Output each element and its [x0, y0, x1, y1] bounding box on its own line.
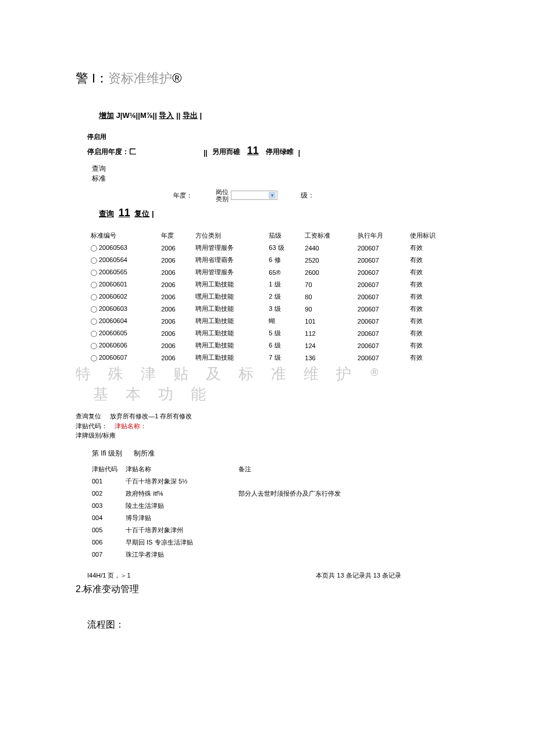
- toolbar-mid: J|W⅛||M⅞||: [116, 111, 157, 120]
- cell-flag: 有效: [406, 254, 459, 266]
- cell-cat: 聘用省理霸务: [192, 254, 265, 266]
- query-label2: 标准: [92, 174, 512, 184]
- sub-header-a: 第 Ifi 级别: [92, 449, 122, 457]
- cell-code: 007: [92, 549, 126, 561]
- cell-id: 20060605: [87, 327, 158, 339]
- query-reset-label[interactable]: 查询复位: [76, 413, 101, 420]
- reset-button[interactable]: 复位: [134, 209, 149, 218]
- col-cat: 方位类别: [192, 230, 265, 242]
- stop-enable-button[interactable]: 另用而碓: [212, 147, 240, 157]
- cell-level: 7 级: [265, 352, 301, 364]
- radio-icon[interactable]: [91, 331, 97, 337]
- category-dropdown[interactable]: ▾: [231, 191, 277, 200]
- cell-year: 2006: [158, 327, 192, 339]
- table-row[interactable]: 200605652006聘用管理服务65®2600200607有效: [87, 266, 459, 278]
- export-button[interactable]: 导出: [183, 111, 198, 120]
- cell-id: 20060565: [87, 266, 158, 278]
- cell-cat: 聘用工勤技能: [192, 327, 265, 339]
- table-row[interactable]: 003陵土生活津贴: [92, 500, 349, 512]
- col-year: 年度: [158, 230, 192, 242]
- stop-label: 停启用: [87, 132, 512, 141]
- table-header-row: 标准编号 年度 方位类别 茄级 工资标准 执行年月 使用标识: [87, 230, 459, 242]
- query-label-block: 查询 标准: [92, 164, 512, 184]
- table-row[interactable]: 001千百十培养对象深 5½: [92, 475, 349, 488]
- table-row[interactable]: 200606022006嘿用工勤技能2 级80200607有效: [87, 291, 459, 303]
- cell-ym: 200607: [354, 339, 407, 352]
- cell-name: 博导津贴: [126, 512, 238, 524]
- level-label: 级：: [301, 191, 315, 200]
- radio-icon[interactable]: [91, 257, 97, 264]
- radio-icon[interactable]: [91, 306, 97, 313]
- radio-icon[interactable]: [91, 294, 97, 300]
- cell-cat: 聘用工勤技能: [192, 339, 265, 352]
- cell-cat: 聘用管理服务: [192, 266, 265, 278]
- toolbar-end: |: [200, 111, 202, 120]
- cell-level: 蝴: [265, 315, 301, 327]
- cell-ym: 200607: [354, 291, 407, 303]
- cell-flag: 有效: [406, 303, 459, 315]
- cell-note: [238, 475, 349, 488]
- add-button[interactable]: 增加: [99, 111, 114, 120]
- table-row[interactable]: 200606032006聘用工勤技能3 级90200607有效: [87, 303, 459, 315]
- table-row[interactable]: 200606012006聘用工勤技能1 级70200607有效: [87, 278, 459, 291]
- cell-id: 20060563: [87, 242, 158, 254]
- table-row[interactable]: 200606052006聘用工勤技能5 级112200607有效: [87, 327, 459, 339]
- table-row[interactable]: 002政府特殊 itf⅛部分人去世时须报侨办及广东行停发: [92, 488, 349, 500]
- cell-year: 2006: [158, 254, 192, 266]
- radio-icon[interactable]: [91, 282, 97, 288]
- toolbar-sep: ||: [176, 111, 180, 120]
- cell-name: 十百千培养对象津州: [126, 524, 238, 536]
- radio-icon[interactable]: [91, 355, 97, 361]
- cell-id: 20060602: [87, 291, 158, 303]
- table-row[interactable]: 004博导津贴: [92, 512, 349, 524]
- cell-cat: 嘿用工勤技能: [192, 291, 265, 303]
- sub-query: 查询 11 复位 |: [99, 207, 512, 219]
- table-row[interactable]: 200606062006聘用工勤技能6 级124200607有效: [87, 339, 459, 352]
- cell-level: 63 级: [265, 242, 301, 254]
- cell-code: 003: [92, 500, 126, 512]
- cell-level: 6 修: [265, 254, 301, 266]
- cell-note: 部分人去世时须报侨办及广东行停发: [238, 488, 349, 500]
- radio-icon[interactable]: [91, 270, 97, 276]
- table-row[interactable]: 005十百千培养对象津州: [92, 524, 349, 536]
- radio-icon[interactable]: [91, 343, 97, 349]
- table2-header-row: 津贴代码 津贴名称 备注: [92, 463, 349, 475]
- cell-flag: 有效: [406, 339, 459, 352]
- table-row[interactable]: 200606072006聘用工勤技能7 级136200607有效: [87, 352, 459, 364]
- cell-name: 珠江学者津贴: [126, 549, 238, 561]
- watermark-row: 特殊津贴及标准维护 ® 基本功能: [76, 364, 512, 404]
- cell-name: 千百十培养对象深 5½: [126, 475, 238, 488]
- discard-save-label[interactable]: 放弃所有修改—1 存所有修改: [110, 413, 192, 420]
- cell-year: 2006: [158, 291, 192, 303]
- cell-code: 005: [92, 524, 126, 536]
- cell-flag: 有效: [406, 266, 459, 278]
- cell-id: 20060601: [87, 278, 158, 291]
- watermark-text: 特殊津贴及标准维护: [76, 365, 369, 382]
- cell-flag: 有效: [406, 278, 459, 291]
- pager-text: I44H/1 页，＞1: [87, 571, 131, 580]
- cell-std: 2600: [301, 266, 354, 278]
- cell-std: 90: [301, 303, 354, 315]
- radio-icon[interactable]: [91, 245, 97, 252]
- cell-year: 2006: [158, 303, 192, 315]
- cell-std: 70: [301, 278, 354, 291]
- table-row[interactable]: 200605642006聘用省理霸务6 修2520200607有效: [87, 254, 459, 266]
- cell-std: 2520: [301, 254, 354, 266]
- cell-year: 2006: [158, 242, 192, 254]
- stop-disable-button[interactable]: 停用绿睢: [266, 147, 294, 157]
- cell-note: [238, 512, 349, 524]
- table-row[interactable]: 006早期回 IS 专凉生活津贴: [92, 536, 349, 549]
- table-row[interactable]: 007珠江学者津贴: [92, 549, 349, 561]
- table-row[interactable]: 200606042006聘用工勤技能蝴101200607有效: [87, 315, 459, 327]
- query-button[interactable]: 查询: [99, 209, 114, 218]
- cell-cat: 聘用工勤技能: [192, 315, 265, 327]
- radio-icon[interactable]: [91, 318, 97, 325]
- cell-level: 3 级: [265, 303, 301, 315]
- col-id: 标准编号: [87, 230, 158, 242]
- cell-std: 124: [301, 339, 354, 352]
- stop-big: 11: [247, 145, 259, 157]
- import-button[interactable]: 导入: [159, 111, 174, 120]
- col-name: 津贴名称: [126, 463, 238, 475]
- table-row[interactable]: 200605632006聘用管理服务63 级2440200607有效: [87, 242, 459, 254]
- cell-year: 2006: [158, 278, 192, 291]
